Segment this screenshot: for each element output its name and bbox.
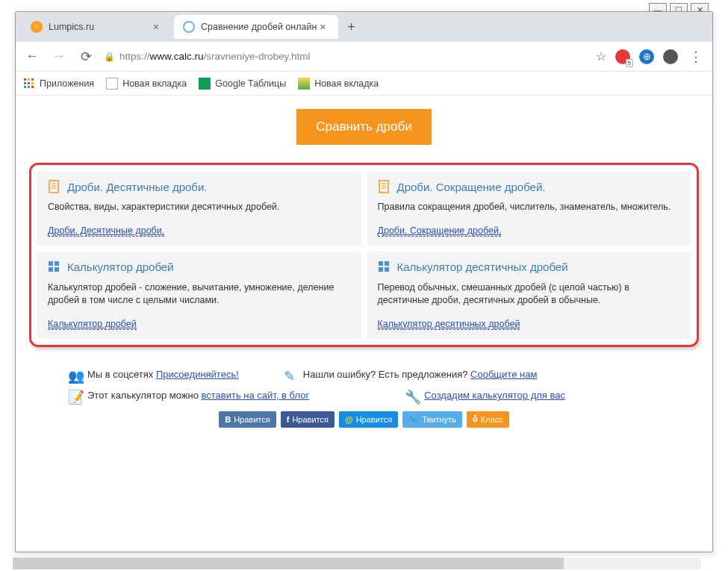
sheets-icon: [199, 78, 211, 90]
card-link[interactable]: Калькулятор десятичных дробей: [378, 319, 520, 330]
footer-text: Нашли ошибку? Есть предложения?: [303, 369, 470, 380]
horizontal-scrollbar[interactable]: [13, 558, 701, 570]
card-description: Перевод обычных, смешанных дробей (с цел…: [378, 281, 681, 308]
scrollbar-thumb[interactable]: [13, 558, 564, 570]
svg-rect-22: [385, 261, 389, 266]
mail-button[interactable]: @ Нравится: [339, 411, 398, 428]
svg-rect-20: [55, 267, 59, 272]
url-protocol: https://: [119, 51, 150, 62]
back-button[interactable]: ←: [23, 48, 41, 66]
tab-bar: Lumpics.ru × Сравнение дробей онлайн × +: [16, 12, 712, 42]
card-reduce-fractions: Дроби. Сокращение дробей. Правила сокращ…: [367, 171, 691, 246]
tw-button[interactable]: 🐦 Твитнуть: [402, 411, 462, 428]
new-tab-button[interactable]: +: [341, 16, 362, 37]
bookmark-label: Новая вкладка: [122, 78, 187, 89]
tab-lumpics[interactable]: Lumpics.ru ×: [22, 15, 171, 39]
svg-rect-13: [379, 181, 388, 193]
svg-rect-9: [49, 181, 58, 193]
lock-icon: 🔒: [104, 52, 115, 62]
card-link[interactable]: Дроби. Десятичные дроби.: [48, 225, 164, 237]
join-link[interactable]: Присоединяйтесь!: [156, 369, 239, 380]
fb-button[interactable]: f Нравится: [281, 411, 335, 428]
vk-button[interactable]: В Нравится: [219, 411, 276, 428]
compare-fractions-button[interactable]: Сравнить дроби: [296, 109, 432, 145]
url-field[interactable]: 🔒 https://www.calc.ru/sravneniye-drobey.…: [104, 49, 606, 63]
svg-rect-24: [385, 267, 389, 272]
bookmarks-bar: Приложения Новая вкладка Google Таблицы …: [16, 72, 712, 96]
menu-button[interactable]: ⋮: [687, 48, 705, 66]
tab-title: Lumpics.ru: [49, 22, 94, 32]
card-link[interactable]: Калькулятор дробей: [48, 319, 137, 330]
card-link[interactable]: Дроби. Сокращение дробей.: [378, 225, 502, 237]
card-title-link[interactable]: Дроби. Десятичные дроби.: [67, 181, 208, 193]
svg-rect-3: [24, 82, 26, 84]
card-title-link[interactable]: Дроби. Сокращение дробей.: [397, 181, 546, 193]
browser-window: Lumpics.ru × Сравнение дробей онлайн × +…: [15, 11, 713, 552]
bookmark-nt2[interactable]: Новая вкладка: [298, 78, 379, 90]
bookmark-sheets[interactable]: Google Таблицы: [199, 78, 286, 90]
svg-rect-1: [28, 78, 30, 81]
social-buttons: В Нравится f Нравится @ Нравится 🐦 Твитн…: [68, 411, 660, 428]
card-title-link[interactable]: Калькулятор дробей: [67, 260, 174, 273]
svg-rect-17: [49, 261, 53, 266]
bookmark-label: Google Таблицы: [215, 78, 286, 89]
pencil-icon: ✎: [284, 368, 297, 381]
embed-link[interactable]: вставить на сайт, в блог: [202, 390, 310, 401]
bookmark-label: Новая вкладка: [314, 78, 379, 89]
svg-rect-18: [55, 261, 59, 266]
users-icon: 👥: [68, 368, 81, 381]
report-link[interactable]: Сообщите нам: [470, 369, 537, 380]
bookmark-nt1[interactable]: Новая вкладка: [106, 78, 187, 90]
tab-title: Сравнение дробей онлайн: [201, 22, 317, 32]
address-bar: ← → ⟳ 🔒 https://www.calc.ru/sravneniye-d…: [16, 42, 712, 72]
svg-rect-4: [28, 82, 30, 84]
svg-rect-2: [31, 78, 34, 81]
reload-button[interactable]: ⟳: [77, 48, 95, 66]
picture-icon: [298, 78, 310, 90]
footer-links: 👥 Мы в соцсетях Присоединяйтесь! ✎ Нашли…: [16, 361, 712, 435]
svg-rect-23: [379, 267, 383, 272]
extension-icon[interactable]: 5: [615, 49, 630, 64]
svg-rect-5: [31, 82, 34, 84]
create-link[interactable]: Создадим калькулятор для вас: [424, 390, 565, 401]
apps-button[interactable]: Приложения: [23, 78, 94, 90]
document-icon: [378, 180, 391, 193]
calc-favicon-icon: [183, 21, 195, 33]
url-path: /sravneniye-drobey.html: [204, 51, 311, 62]
apps-icon: [23, 78, 35, 90]
footer-text: Этот калькулятор можно: [87, 390, 202, 401]
footer-text: Мы в соцсетях: [87, 369, 156, 380]
wrench-icon: 🔧: [405, 389, 418, 402]
related-cards-box: Дроби. Десятичные дроби. Свойства, виды,…: [29, 163, 699, 347]
page-content: Сравнить дроби Дроби. Десятичные дроби. …: [16, 96, 712, 540]
card-description: Свойства, виды, характеристики десятичны…: [48, 201, 351, 214]
ok-button[interactable]: ǒ Класс: [467, 411, 509, 428]
card-title-link[interactable]: Калькулятор десятичных дробей: [397, 260, 568, 273]
tab-calc[interactable]: Сравнение дробей онлайн ×: [174, 15, 338, 39]
card-decimal-fractions: Дроби. Десятичные дроби. Свойства, виды,…: [37, 171, 361, 246]
calculator-icon: [378, 260, 391, 274]
star-icon[interactable]: ☆: [596, 49, 606, 63]
svg-rect-8: [31, 86, 34, 88]
svg-rect-21: [379, 261, 383, 266]
globe-icon[interactable]: ⊕: [639, 49, 654, 64]
orange-icon: [31, 21, 43, 33]
svg-rect-19: [49, 267, 53, 272]
svg-rect-0: [24, 78, 26, 81]
card-fraction-calculator: Калькулятор дробей Калькулятор дробей - …: [37, 252, 361, 339]
svg-rect-7: [28, 86, 30, 88]
card-decimal-calculator: Калькулятор десятичных дробей Перевод об…: [367, 252, 691, 339]
url-domain: www.calc.ru: [150, 51, 204, 62]
page-icon: [106, 78, 118, 90]
card-description: Калькулятор дробей - сложение, вычитание…: [48, 281, 351, 308]
close-icon[interactable]: ×: [150, 21, 162, 33]
avatar-icon[interactable]: [663, 49, 678, 64]
card-description: Правила сокращения дробей, числитель, зн…: [378, 201, 681, 214]
forward-button[interactable]: →: [50, 48, 68, 66]
calculator-icon: [48, 260, 61, 274]
edit-icon: 📝: [68, 389, 81, 402]
document-icon: [48, 180, 61, 193]
svg-rect-6: [24, 86, 26, 88]
bookmark-label: Приложения: [40, 78, 94, 89]
close-icon[interactable]: ×: [317, 21, 329, 33]
